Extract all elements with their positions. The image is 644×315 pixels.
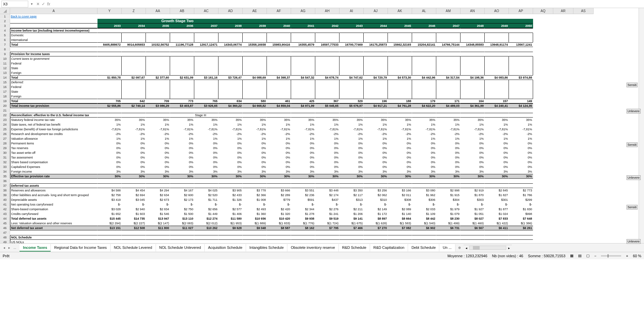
cell[interactable] [485,85,509,89]
cell[interactable] [267,179,291,183]
cell[interactable] [553,38,573,42]
cell[interactable] [573,188,594,193]
cell[interactable] [533,127,553,132]
cell[interactable] [122,56,146,61]
cell[interactable] [388,230,412,235]
cell[interactable] [533,235,553,240]
cell[interactable] [194,85,218,89]
row-header[interactable]: 16 [0,85,10,89]
cell[interactable] [388,183,412,188]
sheet-tab[interactable]: Un ... [439,244,455,252]
cell[interactable] [146,33,170,38]
cell[interactable] [533,160,553,165]
cell[interactable] [291,235,315,240]
cell[interactable] [485,66,509,71]
cell[interactable] [315,113,339,118]
cell[interactable] [291,61,315,66]
cell[interactable] [553,47,573,52]
cell[interactable] [412,108,436,113]
cell[interactable] [388,94,412,99]
cell[interactable] [267,19,291,24]
cell[interactable] [218,14,243,19]
cell[interactable] [243,113,267,118]
cell[interactable] [364,56,388,61]
cell[interactable] [573,118,594,122]
row-header[interactable]: 23 [0,118,10,122]
cell[interactable] [533,122,553,127]
cell[interactable] [509,61,533,66]
cell[interactable] [573,221,594,226]
row-header[interactable]: 21 [0,108,10,113]
cell[interactable] [364,94,388,99]
cell[interactable] [553,33,573,38]
hscroll-left[interactable]: ◂ [466,246,467,250]
cell[interactable] [194,14,218,19]
cell[interactable] [573,14,594,19]
cell[interactable] [122,66,146,71]
cell[interactable] [291,71,315,75]
cell[interactable] [267,28,291,33]
cell[interactable] [291,240,315,243]
cell[interactable] [573,52,594,56]
view-normal-icon[interactable]: ▦ [570,254,573,258]
row-header[interactable]: 10 [0,56,10,61]
cell[interactable] [339,61,364,66]
cell[interactable] [509,66,533,71]
cell[interactable] [533,216,553,221]
cell[interactable] [485,38,509,42]
cell[interactable] [10,24,97,28]
cell[interactable] [509,33,533,38]
cell[interactable] [364,33,388,38]
cell[interactable] [364,19,388,24]
row-header[interactable]: 8 [0,47,10,52]
cell[interactable] [170,47,194,52]
cell[interactable] [97,94,122,99]
cell[interactable] [364,80,388,85]
cell[interactable] [412,94,436,99]
cell[interactable] [267,38,291,42]
row-header[interactable]: 20 [0,103,10,108]
sheet-tab[interactable]: Obsolete inventory reserve [287,244,338,252]
cell[interactable] [122,14,146,19]
cell[interactable] [509,179,533,183]
cell[interactable] [460,19,485,24]
tab-nav-first[interactable]: ◂ [2,245,6,250]
cell[interactable] [573,94,594,99]
cell[interactable] [97,80,122,85]
cell[interactable] [218,52,243,56]
cell[interactable] [339,108,364,113]
cell[interactable] [553,118,573,122]
cell[interactable] [267,14,291,19]
cell[interactable] [194,108,218,113]
cell[interactable] [170,113,194,118]
cell[interactable] [291,108,315,113]
cell[interactable] [533,113,553,118]
cell[interactable] [315,47,339,52]
cell[interactable] [460,108,485,113]
sheet-tab[interactable]: Intangibles Schedule [246,244,287,252]
cell[interactable] [388,113,412,118]
cell[interactable] [267,61,291,66]
cell[interactable] [339,113,364,118]
cell[interactable] [533,174,553,179]
row-header[interactable]: 47 [0,230,10,235]
cell[interactable] [218,235,243,240]
cell[interactable] [364,89,388,94]
cell[interactable] [553,122,573,127]
cell[interactable] [339,33,364,38]
cell[interactable] [573,197,594,202]
cell[interactable] [315,61,339,66]
cell[interactable] [218,47,243,52]
cell[interactable] [122,38,146,42]
cell[interactable] [533,42,553,47]
cell[interactable] [97,235,122,240]
cell[interactable] [364,179,388,183]
cell[interactable] [533,103,553,108]
cell[interactable] [243,230,267,235]
cell[interactable] [291,85,315,89]
cell[interactable] [509,14,533,19]
cell[interactable] [146,113,170,118]
cell[interactable] [509,80,533,85]
cell[interactable] [146,179,170,183]
sheet-tab[interactable]: Regional Data for Income Taxes [51,244,110,252]
